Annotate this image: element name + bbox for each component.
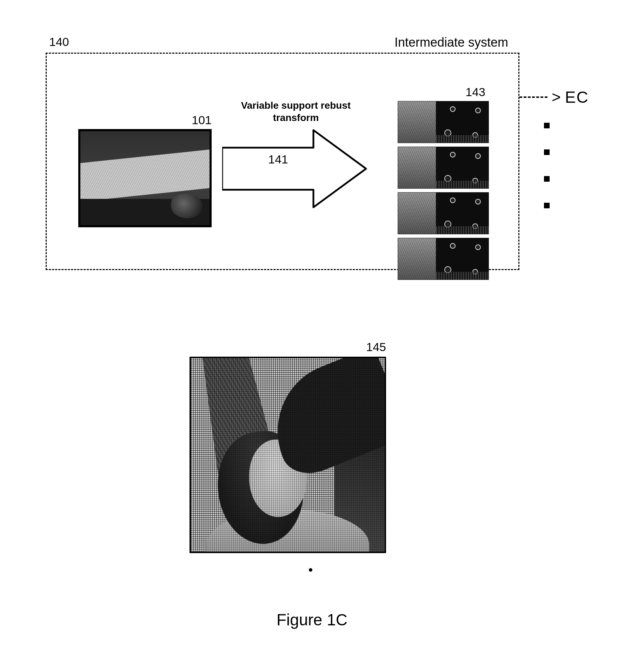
output-image-label: 145 [190,340,386,354]
ellipsis-bullets [544,123,550,208]
output-image [190,357,386,553]
transform-title-line1: Variable support rebust [241,100,351,111]
ec-output-arrow: > EC [519,88,589,107]
system-title-label: Intermediate system [394,35,508,50]
thumbnail-stack-label: 143 [398,85,489,99]
thumbnail-image [398,101,489,143]
transform-arrow-group: Variable support rebust transform 141 [222,99,370,211]
input-image-label: 101 [78,113,212,127]
thumbnail-image [398,192,489,234]
arrow-icon [222,127,370,211]
input-image-group: 101 [78,113,212,227]
system-number-label: 140 [49,35,69,49]
bullet-square [544,176,550,182]
output-image-group: 145 [190,340,386,553]
thumbnail-image [398,147,489,189]
bullet-square [544,203,550,208]
arrow-number-label: 141 [268,153,288,166]
intermediate-system-box: 101 Variable support rebust transform 14… [46,53,519,270]
figure-caption: Figure 1C [35,610,589,629]
transform-title-line2: transform [273,112,319,123]
svg-marker-0 [222,130,366,207]
bullet-square [544,149,550,155]
ec-dashed-line [519,96,547,98]
transform-title: Variable support rebust transform [222,99,370,124]
thumbnail-image [398,238,489,280]
ec-label: EC [565,88,589,107]
input-image [78,129,212,227]
punctuation-dot [309,568,312,572]
output-thumbnail-stack: 143 [398,85,489,283]
bullet-square [544,123,550,128]
ec-arrowhead: > [552,89,561,105]
